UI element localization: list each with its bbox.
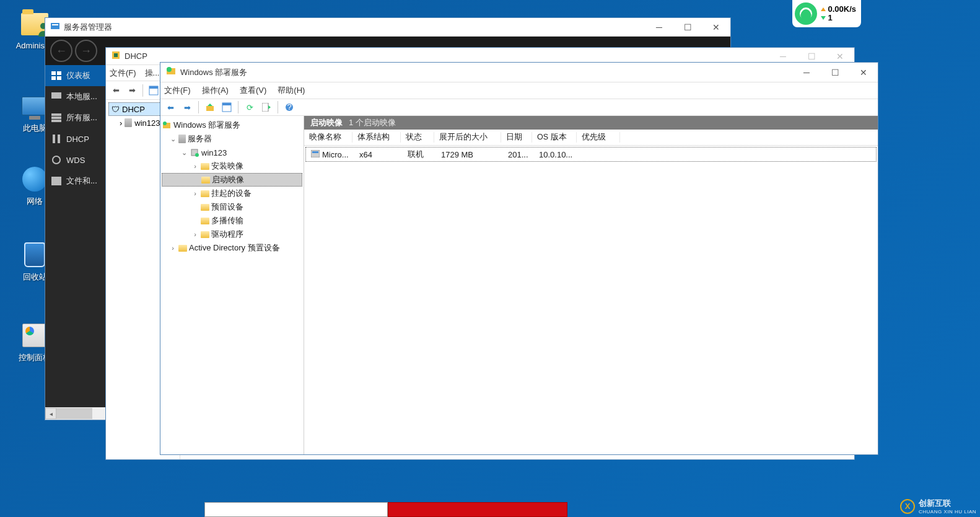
sidebar-item-label: DHCP <box>66 135 89 144</box>
tree-panel: Windows 部署服务 ⌄服务器 ⌄win123 ›安装映像 ›启动映像 ›挂… <box>160 116 304 454</box>
download-count: 1 <box>828 14 832 22</box>
tree-server-win123[interactable]: ⌄win123 <box>162 146 302 159</box>
download-icon <box>821 16 826 20</box>
upload-speed: 0.00K/s <box>828 5 856 14</box>
tree-label: 驱动程序 <box>211 229 243 240</box>
svg-rect-14 <box>51 177 61 185</box>
window-title: Windows 部署服务 <box>180 67 792 78</box>
menu-file[interactable]: 文件(F) <box>164 85 191 96</box>
column-header[interactable]: 体系结构 <box>352 132 401 143</box>
forward-button[interactable]: ➡ <box>125 83 139 98</box>
back-button[interactable]: ⬅ <box>163 100 178 115</box>
watermark-sub: CHUANG XIN HU LIAN <box>919 509 976 515</box>
tree-label: win123 <box>201 148 227 157</box>
scroll-thumb[interactable] <box>56 408 92 419</box>
minimize-button[interactable]: ─ <box>792 63 821 82</box>
export-button[interactable] <box>259 100 274 115</box>
nav-forward-button[interactable]: → <box>75 40 97 62</box>
column-header[interactable]: 映像名称 <box>304 132 352 143</box>
sidebar-item-dashboard[interactable]: 仪表板 <box>45 65 106 86</box>
tree-label: win123 <box>134 118 160 128</box>
back-button[interactable]: ⬅ <box>108 83 123 98</box>
maximize-button[interactable]: ☐ <box>821 63 849 82</box>
column-header[interactable]: 优先级 <box>577 132 620 143</box>
cell-status: 联机 <box>403 149 436 160</box>
tree-install-images[interactable]: ›安装映像 <box>162 159 302 173</box>
collapse-icon[interactable]: ⌄ <box>180 149 188 157</box>
wifi-icon <box>795 2 817 25</box>
column-header[interactable]: 状态 <box>401 132 434 143</box>
column-headers[interactable]: 映像名称体系结构状态展开后的大小日期OS 版本优先级 <box>304 130 878 146</box>
svg-rect-8 <box>51 113 61 116</box>
close-button[interactable]: ✕ <box>702 18 730 36</box>
scroll-left-button[interactable]: ◂ <box>45 408 56 419</box>
tree-root-wds[interactable]: Windows 部署服务 <box>162 118 302 132</box>
window-wds[interactable]: Windows 部署服务 ─ ☐ ✕ 文件(F) 操作(A) 查看(V) 帮助(… <box>160 62 878 455</box>
column-header[interactable]: OS 版本 <box>532 132 577 143</box>
maximize-button[interactable]: ☐ <box>673 18 702 36</box>
titlebar[interactable]: Windows 部署服务 ─ ☐ ✕ <box>160 63 878 82</box>
svg-point-30 <box>163 122 167 125</box>
folder-icon <box>201 177 210 183</box>
tree-drivers[interactable]: ›驱动程序 <box>162 228 302 241</box>
sidebar-item-all-servers[interactable]: 所有服... <box>45 107 106 128</box>
up-button[interactable] <box>203 100 217 115</box>
cell-os: 10.0.10... <box>534 150 579 159</box>
tree-pending-devices[interactable]: ›挂起的设备 <box>162 187 302 200</box>
tree-servers[interactable]: ⌄服务器 <box>162 132 302 146</box>
expand-icon[interactable]: › <box>191 231 199 238</box>
tree-ad-prestaged[interactable]: ›Active Directory 预置设备 <box>162 241 302 255</box>
tree-label: 启动映像 <box>212 174 244 185</box>
view-button[interactable] <box>219 100 234 115</box>
svg-rect-23 <box>206 106 214 111</box>
column-header[interactable]: 展开后的大小 <box>434 132 501 143</box>
minimize-button[interactable]: ─ <box>645 18 673 36</box>
folder-icon <box>201 231 209 238</box>
column-header[interactable]: 日期 <box>501 132 532 143</box>
dhcp-icon <box>111 50 121 62</box>
svg-rect-4 <box>57 71 61 75</box>
cell-name: Micro... <box>306 150 354 159</box>
window-title: 服务器管理器 <box>64 22 645 33</box>
view-icon[interactable] <box>146 83 161 98</box>
tree-reserved-devices[interactable]: ›预留设备 <box>162 200 302 214</box>
expand-icon[interactable]: › <box>169 244 177 252</box>
expand-icon[interactable]: › <box>120 118 122 128</box>
watermark-logo-icon: X <box>900 499 915 514</box>
tree-label: DHCP <box>122 105 145 114</box>
menu-action[interactable]: 操作(A) <box>202 85 229 96</box>
svg-rect-26 <box>262 103 268 112</box>
sidebar-item-wds[interactable]: WDS <box>45 149 106 170</box>
menu-view[interactable]: 查看(V) <box>240 85 266 96</box>
menu-file[interactable]: 文件(F) <box>110 68 136 79</box>
menu-help[interactable]: 帮助(H) <box>278 85 305 96</box>
tree-multicast[interactable]: ›多播传输 <box>162 214 302 228</box>
refresh-button[interactable]: ⟳ <box>242 100 257 115</box>
menu-action[interactable]: 操... <box>145 68 160 79</box>
bottom-strip <box>204 502 582 517</box>
close-button[interactable]: ✕ <box>849 63 878 82</box>
titlebar[interactable]: 服务器管理器 ─ ☐ ✕ <box>45 18 730 37</box>
sidebar-item-dhcp[interactable]: DHCP <box>45 128 106 149</box>
expand-icon[interactable]: › <box>191 162 199 170</box>
svg-text:?: ? <box>287 103 291 112</box>
tree-boot-images[interactable]: ›启动映像 <box>162 173 302 187</box>
help-button[interactable]: ? <box>282 100 297 115</box>
sidebar-item-local-server[interactable]: 本地服... <box>45 86 106 107</box>
forward-button[interactable]: ➡ <box>180 100 195 115</box>
network-status-widget[interactable]: 0.00K/s 1 <box>792 0 861 27</box>
expand-icon[interactable]: › <box>191 190 199 197</box>
sidebar-item-label: 所有服... <box>66 112 97 123</box>
svg-point-22 <box>167 67 172 72</box>
table-row[interactable]: Micro...x64联机1729 MB201...10.0.10... <box>305 147 877 162</box>
sidebar-item-file-services[interactable]: 文件和... <box>45 170 106 192</box>
cell-size: 1729 MB <box>436 150 503 159</box>
sidebar-item-label: 仪表板 <box>66 70 90 81</box>
folder-icon <box>201 218 209 224</box>
svg-rect-33 <box>311 150 320 157</box>
collapse-icon[interactable]: ⌄ <box>169 135 177 143</box>
nav-back-button[interactable]: ← <box>50 40 72 62</box>
tree-label: 服务器 <box>188 133 212 144</box>
content-panel: 启动映像 1 个启动映像 映像名称体系结构状态展开后的大小日期OS 版本优先级 … <box>304 116 878 454</box>
table-body: Micro...x64联机1729 MB201...10.0.10... <box>304 146 878 163</box>
